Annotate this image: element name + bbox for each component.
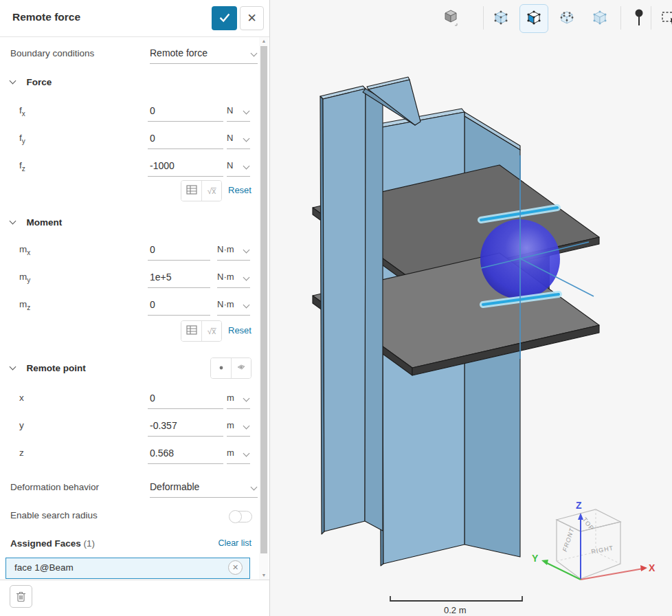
- viewport-toolbar: [270, 0, 672, 36]
- z-label: z: [19, 443, 24, 463]
- viewport-3d[interactable]: FRONT RIGHT TOP Z Y X 0.2 m: [270, 0, 672, 616]
- nav-cube-front-label[interactable]: FRONT: [561, 527, 576, 553]
- force-reset-link[interactable]: Reset: [228, 181, 251, 200]
- remote-point-section-header[interactable]: Remote point: [10, 358, 86, 377]
- fx-unit-select[interactable]: N: [227, 100, 250, 122]
- deformation-behavior-select[interactable]: Deformable: [150, 476, 258, 498]
- moment-input-mode-group: √x̅: [181, 320, 222, 342]
- mx-input[interactable]: 0: [148, 239, 210, 261]
- select-faces-button[interactable]: [519, 4, 548, 33]
- pick-face-icon: [236, 363, 246, 371]
- pick-point-button[interactable]: [211, 358, 231, 378]
- mx-unit-select[interactable]: N·m: [217, 239, 250, 261]
- probe-pin-button[interactable]: [625, 4, 653, 33]
- collapse-icon: [10, 364, 16, 371]
- collapse-icon: [10, 218, 16, 225]
- assigned-faces-label: Assigned Faces (1): [10, 534, 95, 554]
- chevron-down-icon: [243, 274, 250, 281]
- fx-label: fx: [19, 100, 25, 121]
- chevron-down-icon: [243, 163, 250, 170]
- formula-input-button[interactable]: √x̅: [201, 181, 221, 201]
- formula-input-button[interactable]: √x̅: [201, 321, 221, 341]
- box-select-button[interactable]: [655, 4, 672, 33]
- force-section-header[interactable]: Force: [10, 72, 52, 91]
- chevron-down-icon: [243, 450, 250, 457]
- toolbar-separator: [483, 6, 484, 30]
- mz-unit-select[interactable]: N·m: [217, 294, 250, 316]
- scale-bar: 0.2 m: [390, 596, 522, 615]
- formula-icon: √x̅: [208, 327, 216, 336]
- my-input[interactable]: 1e+5: [148, 267, 210, 288]
- axis-z-label: Z: [576, 500, 582, 511]
- deformation-behavior-label: Deformation behavior: [10, 477, 99, 498]
- chevron-down-icon: [243, 395, 250, 402]
- cancel-button[interactable]: ✕: [240, 6, 264, 30]
- table-input-button[interactable]: [181, 321, 201, 341]
- fz-input[interactable]: -1000: [148, 155, 223, 177]
- panel-header: Remote force ✕: [0, 0, 269, 37]
- scroll-down-arrow[interactable]: ▼: [259, 571, 269, 580]
- fy-unit-select[interactable]: N: [227, 128, 250, 149]
- x-unit-select[interactable]: m: [227, 388, 250, 409]
- remote-point-pick-group: [210, 358, 251, 379]
- nav-cube-right-label[interactable]: RIGHT: [591, 544, 614, 556]
- my-label: my: [19, 267, 30, 287]
- boundary-conditions-select[interactable]: Remote force: [150, 43, 258, 64]
- chevron-down-icon: [251, 50, 258, 57]
- toolbar-separator: [620, 6, 621, 30]
- force-input-mode-group: √x̅: [181, 180, 222, 201]
- moment-section-header[interactable]: Moment: [10, 212, 62, 232]
- search-radius-label: Enable search radius: [10, 505, 98, 526]
- table-input-button[interactable]: [181, 181, 201, 201]
- toggle-knob: [229, 510, 242, 523]
- nav-cube-top-label[interactable]: TOP: [581, 516, 596, 532]
- chevron-down-icon: [243, 135, 250, 142]
- trash-icon: [16, 591, 26, 602]
- fy-input[interactable]: 0: [148, 128, 223, 149]
- mz-input[interactable]: 0: [148, 294, 210, 316]
- scene-canvas[interactable]: FRONT RIGHT TOP Z Y X 0.2 m: [270, 0, 672, 616]
- select-bodies-button[interactable]: [585, 4, 614, 33]
- chevron-down-icon: [243, 108, 250, 115]
- z-unit-select[interactable]: m: [227, 443, 250, 464]
- pick-on-geometry-button[interactable]: [231, 358, 251, 378]
- x-input[interactable]: 0: [148, 388, 223, 409]
- y-unit-select[interactable]: m: [227, 415, 250, 437]
- close-icon: ✕: [247, 12, 256, 25]
- search-radius-toggle[interactable]: [229, 511, 252, 522]
- fz-unit-select[interactable]: N: [227, 155, 250, 177]
- chevron-down-icon: [243, 247, 250, 254]
- view-mode-cube-button[interactable]: [436, 4, 465, 33]
- panel-footer: [0, 580, 269, 616]
- fz-label: fz: [19, 155, 25, 176]
- fy-label: fy: [19, 128, 25, 148]
- scroll-up-arrow[interactable]: ▲: [259, 37, 269, 45]
- remove-face-button[interactable]: ✕: [228, 560, 243, 575]
- clear-list-link[interactable]: Clear list: [218, 534, 251, 553]
- my-unit-select[interactable]: N·m: [217, 267, 250, 288]
- apply-button[interactable]: [212, 6, 237, 30]
- delete-button[interactable]: [10, 585, 32, 608]
- mz-label: mz: [19, 294, 30, 315]
- close-icon: ✕: [232, 563, 238, 571]
- scale-bar-label: 0.2 m: [444, 605, 467, 615]
- properties-panel: Remote force ✕ Boundary conditions Remot…: [0, 0, 270, 616]
- y-label: y: [19, 415, 24, 436]
- select-vertices-button[interactable]: [486, 4, 515, 33]
- moment-reset-link[interactable]: Reset: [228, 321, 251, 340]
- assigned-face-item[interactable]: face 1@Beam ✕: [5, 558, 250, 579]
- axis-x-label: X: [649, 562, 656, 573]
- z-input[interactable]: 0.568: [148, 443, 223, 464]
- x-label: x: [19, 388, 24, 408]
- scrollbar-thumb[interactable]: [260, 46, 267, 553]
- y-input[interactable]: -0.357: [148, 415, 223, 437]
- fx-input[interactable]: 0: [148, 100, 223, 122]
- nav-cube[interactable]: FRONT RIGHT TOP Z Y X: [532, 500, 656, 580]
- table-icon: [186, 325, 197, 335]
- select-edges-button[interactable]: [552, 4, 581, 33]
- table-icon: [186, 185, 197, 195]
- axis-y-label: Y: [532, 553, 539, 564]
- app-window: FRONT RIGHT TOP Z Y X 0.2 m: [0, 0, 672, 616]
- panel-scrollbar[interactable]: ▲ ▼: [259, 37, 269, 580]
- formula-icon: √x̅: [208, 186, 216, 196]
